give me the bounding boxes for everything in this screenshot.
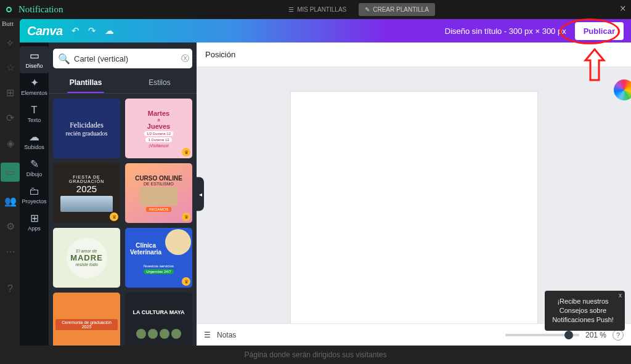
- bg-icon[interactable]: ?: [7, 283, 13, 294]
- bg-icon[interactable]: ⚙: [6, 220, 15, 232]
- premium-badge-icon: ♛: [182, 277, 190, 286]
- sidebar-item-design[interactable]: ▭ Diseño: [20, 46, 49, 73]
- pencil-icon: ✎: [365, 6, 370, 13]
- document-title[interactable]: Diseño sin título - 300 px × 300 px: [445, 26, 566, 36]
- bg-icon[interactable]: ⊞: [6, 87, 14, 99]
- bg-icon[interactable]: ☆: [6, 62, 15, 73]
- notes-icon[interactable]: ☰: [204, 331, 211, 339]
- undo-icon[interactable]: ↶: [71, 25, 79, 36]
- template-thumb[interactable]: Ceremonia de graduación 2025: [53, 293, 120, 346]
- tab-styles[interactable]: Estilos: [123, 73, 197, 93]
- sidebar-item-elements[interactable]: ✦ Elementos: [20, 73, 49, 100]
- search-input[interactable]: [74, 54, 177, 63]
- notes-button[interactable]: Notas: [217, 331, 236, 339]
- template-thumb[interactable]: CURSO ONLINE DE ESTILISMO INICIAMOS ♛: [125, 163, 192, 223]
- push-tip-tooltip: x ¡Recibe nuestros Consejos sobre Notifi…: [545, 291, 625, 331]
- cloud-sync-icon: ☁: [105, 25, 114, 36]
- bg-icon-active[interactable]: ▭: [1, 163, 20, 182]
- bg-icon[interactable]: ◈: [7, 137, 14, 149]
- collapse-panel-icon[interactable]: ◂: [197, 177, 204, 211]
- publish-button[interactable]: Publicar: [575, 22, 624, 40]
- clear-search-icon[interactable]: ⓧ: [181, 53, 189, 64]
- tab-templates[interactable]: Plantillas: [49, 73, 123, 93]
- bg-icon[interactable]: ⟳: [6, 112, 14, 124]
- help-icon[interactable]: ?: [613, 330, 624, 341]
- template-thumb[interactable]: El amor de MADRE resiste todo: [53, 228, 120, 288]
- premium-badge-icon: ♛: [110, 212, 118, 221]
- bg-icon[interactable]: ⋯: [6, 246, 15, 257]
- sidebar-item-text[interactable]: T Texto: [20, 100, 49, 127]
- template-thumb[interactable]: Martes a Jueves 1/2 Docena 12 1 Docena 1…: [125, 99, 192, 158]
- bg-icon[interactable]: ⟡: [7, 37, 14, 48]
- sidebar-item-draw[interactable]: ✎ Dibujo: [20, 155, 49, 182]
- canva-logo[interactable]: Canva: [27, 24, 63, 38]
- template-thumb[interactable]: FIESTA DE GRADUACIÓN 2025 ♛: [53, 163, 120, 223]
- close-icon[interactable]: ×: [620, 2, 626, 15]
- stack-icon: ☰: [288, 6, 294, 13]
- layout-icon: ▭: [30, 51, 39, 61]
- bg-footer-text: Página donde serán dirigidos sus visitan…: [0, 350, 631, 359]
- template-thumb[interactable]: Felicidades recién graduados: [53, 99, 120, 158]
- template-thumb[interactable]: Clínica Veterinaria Nuestros servicios U…: [125, 228, 192, 288]
- search-icon: 🔍: [58, 53, 70, 65]
- tooltip-close-icon[interactable]: x: [619, 291, 622, 300]
- premium-badge-icon: ♛: [182, 148, 190, 156]
- cloud-upload-icon: ☁: [29, 132, 39, 142]
- bg-icon[interactable]: 👥: [4, 195, 17, 207]
- color-picker-fab[interactable]: [614, 79, 631, 100]
- template-thumb[interactable]: LA CULTURA MAYA: [125, 293, 192, 346]
- my-templates-button[interactable]: ☰ MIS PLANTILLAS: [288, 6, 346, 13]
- bg-title: Notification: [18, 4, 63, 15]
- text-icon: T: [31, 105, 37, 115]
- zoom-slider[interactable]: [505, 334, 579, 336]
- create-template-button[interactable]: ✎ CREAR PLANTILLA: [359, 3, 435, 16]
- position-button[interactable]: Posición: [205, 50, 235, 59]
- sidebar-item-uploads[interactable]: ☁ Subidos: [20, 127, 49, 155]
- search-input-wrapper[interactable]: 🔍 ⓧ ☰: [53, 49, 192, 68]
- folder-icon: 🗀: [29, 186, 39, 196]
- apps-icon: ⊞: [30, 213, 39, 224]
- sidebar-item-projects[interactable]: 🗀 Proyectos: [20, 182, 49, 209]
- premium-badge-icon: ♛: [182, 212, 190, 221]
- zoom-value[interactable]: 201 %: [585, 331, 606, 339]
- elements-icon: ✦: [30, 78, 39, 88]
- draw-icon: ✎: [30, 159, 39, 169]
- bg-subtitle: Butt: [2, 20, 14, 27]
- canvas-page[interactable]: [291, 92, 537, 323]
- sidebar-item-apps[interactable]: ⊞ Apps: [20, 209, 49, 236]
- redo-icon[interactable]: ↷: [88, 25, 96, 36]
